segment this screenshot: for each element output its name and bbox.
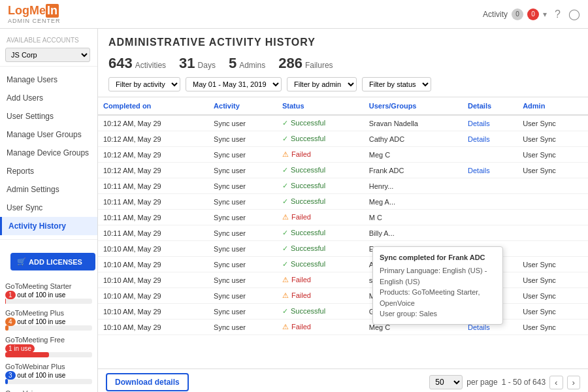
help-icon[interactable]: ? — [555, 8, 561, 20]
accounts-select-container[interactable]: JS Corp — [5, 48, 90, 62]
sidebar-divider-1 — [0, 66, 97, 67]
filter-activity[interactable]: Filter by activity — [108, 77, 180, 91]
cell-status: ✓Successful — [277, 194, 364, 210]
sidebar-item-user-settings[interactable]: User Settings — [0, 107, 97, 125]
cell-activity: Sync user — [208, 319, 277, 335]
cart-icon: 🛒 — [17, 257, 26, 266]
cell-activity: Sync user — [208, 241, 277, 257]
cell-details[interactable] — [463, 178, 517, 194]
download-details-button[interactable]: Download details — [106, 373, 189, 391]
days-num: 31 — [179, 55, 195, 72]
col-activity[interactable]: Activity — [208, 97, 277, 115]
cell-status: ✓Successful — [277, 257, 364, 272]
cell-user: Cathy ADC — [364, 131, 463, 147]
cell-status: ✓Successful — [277, 115, 364, 131]
cell-details[interactable] — [463, 210, 517, 225]
add-licenses-label: ADD LICENSES — [29, 258, 82, 266]
cell-date: 10:10 AM, May 29 — [98, 257, 208, 272]
sidebar-item-activity-history[interactable]: Activity History — [0, 217, 97, 235]
status-text: Successful — [291, 307, 325, 315]
col-status[interactable]: Status — [277, 97, 364, 115]
col-admin[interactable]: Admin — [517, 97, 588, 115]
logo-text: LogMe — [8, 4, 46, 18]
cell-date: 10:11 AM, May 29 — [98, 210, 208, 225]
activity-label: Activity — [483, 10, 508, 19]
table-row: 10:10 AM, May 29 Sync user ✓Successful A… — [98, 257, 588, 272]
status-text: Failed — [291, 213, 311, 221]
header-activity: Activity 0 0 ▾ — [483, 8, 547, 20]
table-row: 10:12 AM, May 29 Sync user ✓Successful F… — [98, 163, 588, 178]
cell-date: 10:10 AM, May 29 — [98, 272, 208, 288]
check-icon: ✓ — [282, 307, 288, 315]
col-details[interactable]: Details — [463, 97, 517, 115]
cell-date: 10:11 AM, May 29 — [98, 225, 208, 241]
cell-status: ✓Successful — [277, 304, 364, 319]
cell-date: 10:12 AM, May 29 — [98, 115, 208, 131]
cell-admin — [517, 194, 588, 210]
cell-status: ✓Successful — [277, 225, 364, 241]
failures-num: 286 — [278, 55, 302, 72]
sidebar-item-admin-settings[interactable]: Admin Settings — [0, 180, 97, 199]
col-completed-on[interactable]: Completed on — [98, 97, 208, 115]
details-link[interactable]: Details — [468, 135, 490, 143]
col-users-groups[interactable]: Users/Groups — [364, 97, 463, 115]
cell-details[interactable]: Details — [463, 115, 517, 131]
stats-row: 643 Activities 31 Days 5 Admins 286 Fail… — [108, 55, 578, 72]
per-page-label: per page — [466, 378, 497, 387]
filter-admin[interactable]: Filter by admin — [287, 77, 357, 91]
filter-status[interactable]: Filter by status — [362, 77, 431, 91]
sidebar-item-user-sync[interactable]: User Sync — [0, 199, 97, 217]
table-row: 10:10 AM, May 29 Sync user ✓Successful E… — [98, 241, 588, 257]
cell-user: Frank ADC — [364, 163, 463, 178]
status-text: Successful — [291, 166, 325, 174]
cell-details[interactable] — [463, 147, 517, 163]
tooltip-popup: Sync completed for Frank ADC Primary Lan… — [372, 246, 503, 325]
sidebar-item-manage-users[interactable]: Manage Users — [0, 71, 97, 89]
table-row: 10:10 AM, May 29 Sync user ⚠Failed Meg C… — [98, 288, 588, 304]
cell-admin — [517, 225, 588, 241]
filters-row: Filter by activity May 01 - May 31, 2019… — [108, 77, 578, 91]
user-icon[interactable]: ◯ — [568, 8, 580, 20]
main-header: ADMINISTRATIVE ACTIVITY HISTORY 643 Acti… — [98, 29, 588, 97]
details-link[interactable]: Details — [468, 120, 490, 127]
license-gotomeeting-plus: GoToMeeting Plus 4 out of 100 in use — [5, 309, 92, 331]
activity-dropdown-icon[interactable]: ▾ — [543, 10, 547, 19]
cell-admin: User Sync — [517, 163, 588, 178]
details-link[interactable]: Details — [468, 167, 490, 174]
cell-details[interactable]: Details — [463, 131, 517, 147]
cell-admin: User Sync — [517, 288, 588, 304]
warn-icon: ⚠ — [282, 276, 289, 284]
filter-date[interactable]: May 01 - May 31, 2019 — [186, 77, 282, 91]
main-content: ADMINISTRATIVE ACTIVITY HISTORY 643 Acti… — [98, 29, 588, 392]
accounts-label: Available accounts — [0, 34, 97, 45]
stat-days: 31 Days — [179, 55, 216, 72]
cell-admin: User Sync — [517, 304, 588, 319]
sidebar-item-manage-device-groups[interactable]: Manage Device Groups — [0, 144, 97, 162]
sidebar-item-add-users[interactable]: Add Users — [0, 89, 97, 107]
activity-table-container[interactable]: Completed on Activity Status Users/Group… — [98, 97, 588, 368]
cell-date: 10:10 AM, May 29 — [98, 319, 208, 335]
cell-activity: Sync user — [208, 272, 277, 288]
status-text: Failed — [291, 323, 311, 331]
prev-page-button[interactable]: ‹ — [549, 376, 563, 389]
table-body: 10:12 AM, May 29 Sync user ✓Successful S… — [98, 115, 588, 335]
check-icon: ✓ — [282, 182, 288, 189]
cell-details[interactable]: Details — [463, 163, 517, 178]
cell-activity: Sync user — [208, 115, 277, 131]
cell-date: 10:12 AM, May 29 — [98, 163, 208, 178]
tooltip-content[interactable]: Primary Language: English (US) - English… — [380, 265, 496, 318]
cell-details[interactable] — [463, 194, 517, 210]
sidebar-item-manage-user-groups[interactable]: Manage User Groups — [0, 125, 97, 144]
add-licenses-button[interactable]: 🛒 ADD LICENSES — [10, 253, 95, 270]
check-icon: ✓ — [282, 260, 288, 268]
sidebar-item-reports[interactable]: Reports — [0, 162, 97, 180]
table-row: 10:12 AM, May 29 Sync user ✓Successful C… — [98, 131, 588, 147]
cell-admin — [517, 178, 588, 194]
next-page-button[interactable]: › — [567, 376, 580, 389]
table-wrapper: Completed on Activity Status Users/Group… — [98, 97, 588, 392]
cell-details[interactable] — [463, 225, 517, 241]
cell-admin: User Sync — [517, 272, 588, 288]
per-page-select[interactable]: 50 25 100 — [429, 375, 463, 389]
cell-date: 10:12 AM, May 29 — [98, 131, 208, 147]
accounts-dropdown[interactable]: JS Corp — [5, 48, 90, 62]
